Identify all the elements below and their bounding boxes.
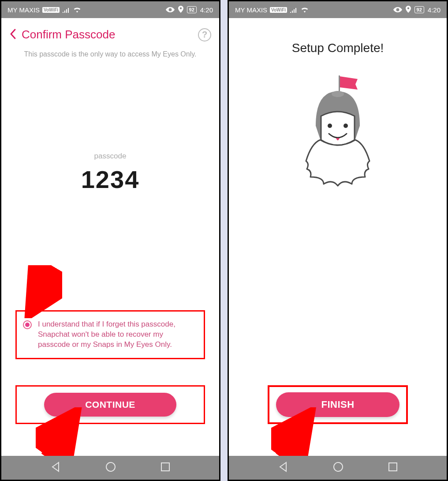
- battery-icon: 92: [414, 6, 424, 13]
- nav-home-icon[interactable]: [105, 461, 116, 474]
- svg-point-7: [332, 91, 344, 97]
- android-navbar: [1, 456, 219, 480]
- time-label: 4:20: [200, 6, 213, 14]
- wifi-icon: [300, 7, 309, 13]
- subtitle-text: This passcode is the only way to access …: [1, 46, 219, 59]
- signal-icon: [290, 7, 298, 13]
- volte-badge: VoWiFi: [42, 7, 60, 13]
- continue-highlight: CONTINUE: [15, 385, 205, 424]
- svg-rect-13: [389, 463, 397, 471]
- time-label: 4:20: [428, 6, 441, 14]
- setup-complete-title: Setup Complete!: [229, 18, 447, 55]
- passcode-value: 1234: [1, 165, 219, 194]
- svg-line-1: [32, 270, 56, 309]
- eye-icon: [393, 6, 402, 14]
- consent-text: I understand that if I forget this passc…: [38, 319, 197, 350]
- carrier-label: MY MAXIS: [7, 6, 40, 14]
- consent-highlight: I understand that if I forget this passc…: [15, 310, 205, 359]
- ghost-knight-illustration: [229, 73, 447, 201]
- volte-badge: VoWiFi: [270, 7, 287, 13]
- nav-back-icon[interactable]: [50, 461, 61, 474]
- phone-screen-complete: MY MAXIS VoWiFi 92 4:20 Setup Complete!: [228, 0, 448, 481]
- nav-recent-icon[interactable]: [160, 462, 171, 474]
- passcode-display: passcode 1234: [1, 152, 219, 194]
- status-bar: MY MAXIS VoWiFi 92 4:20: [1, 1, 219, 18]
- svg-rect-6: [339, 75, 340, 93]
- passcode-label: passcode: [1, 152, 219, 161]
- svg-point-4: [106, 462, 115, 471]
- phone-screen-confirm: MY MAXIS VoWiFi 92 4:20 Co: [0, 0, 220, 481]
- svg-point-9: [343, 124, 348, 128]
- consent-radio[interactable]: [23, 320, 32, 329]
- nav-recent-icon[interactable]: [388, 462, 398, 474]
- wifi-icon: [73, 7, 82, 13]
- battery-icon: 92: [187, 6, 197, 13]
- location-icon: [406, 6, 411, 14]
- nav-home-icon[interactable]: [332, 461, 344, 474]
- back-icon[interactable]: [9, 28, 16, 41]
- android-navbar: [229, 456, 447, 480]
- nav-back-icon[interactable]: [277, 461, 289, 474]
- status-bar: MY MAXIS VoWiFi 92 4:20: [229, 1, 447, 18]
- signal-icon: [62, 7, 70, 13]
- finish-highlight: FINISH: [268, 385, 408, 424]
- help-icon[interactable]: ?: [198, 28, 211, 41]
- carrier-label: MY MAXIS: [235, 6, 267, 14]
- continue-button[interactable]: CONTINUE: [44, 393, 176, 417]
- location-icon: [178, 6, 183, 14]
- svg-point-12: [334, 462, 343, 471]
- screen-title: Confirm Passcode: [22, 28, 115, 41]
- finish-button[interactable]: FINISH: [276, 392, 399, 417]
- svg-point-8: [328, 124, 332, 128]
- svg-rect-5: [161, 463, 169, 471]
- screen-header: Confirm Passcode ?: [1, 18, 219, 46]
- eye-icon: [166, 6, 175, 14]
